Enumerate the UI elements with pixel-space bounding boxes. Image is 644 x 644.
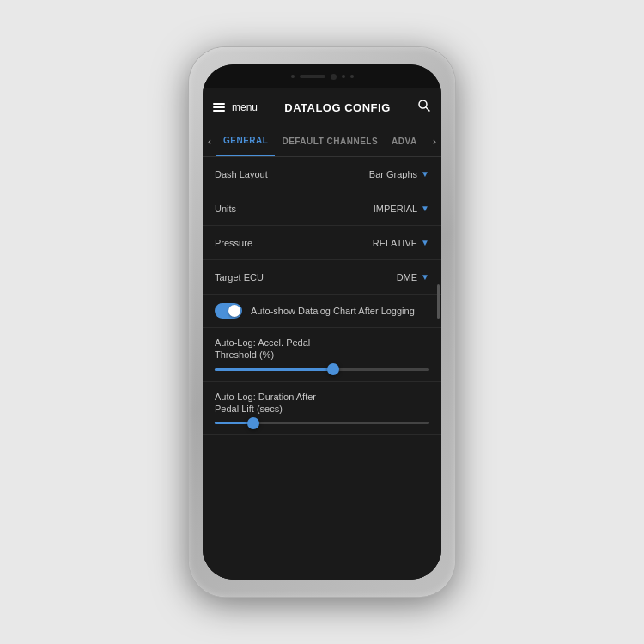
toggle-switch[interactable] (215, 303, 242, 319)
slider-duration-after: Auto-Log: Duration AfterPedal Lift (secs… (203, 382, 441, 436)
units-value-container[interactable]: IMPERIAL ▼ (374, 204, 429, 214)
speaker-dot2 (342, 75, 345, 78)
slider-accel-label: Auto-Log: Accel. PedalThreshold (%) (215, 337, 429, 361)
tab-right-arrow[interactable]: › (428, 136, 441, 148)
setting-dash-layout: Dash Layout Bar Graphs ▼ (203, 157, 441, 191)
svg-line-1 (426, 107, 429, 111)
speaker-bar (300, 75, 325, 78)
camera-dot (331, 74, 337, 80)
settings-content: Dash Layout Bar Graphs ▼ Units IMPERIAL … (203, 157, 441, 580)
units-dropdown-arrow: ▼ (421, 204, 429, 213)
setting-target-ecu: Target ECU DME ▼ (203, 260, 441, 295)
setting-pressure: Pressure RELATIVE ▼ (203, 226, 441, 260)
slider-duration-thumb[interactable] (247, 417, 259, 429)
slider-accel-fill (215, 368, 333, 371)
slider-duration-track[interactable] (215, 422, 429, 424)
units-value: IMPERIAL (374, 204, 417, 214)
tab-left-arrow[interactable]: ‹ (203, 136, 216, 148)
phone-device: menu DATALOG CONFIG ‹ GENERAL DEFAULT CH (189, 47, 455, 597)
units-label: Units (215, 204, 236, 214)
target-ecu-value: DME (397, 272, 417, 283)
speaker-dot (291, 75, 295, 78)
tab-default-channels[interactable]: DEFAULT CHANNELS (275, 126, 385, 156)
menu-label: menu (232, 101, 258, 113)
target-ecu-value-container[interactable]: DME ▼ (397, 272, 429, 283)
search-icon[interactable] (417, 99, 431, 116)
phone-notch (203, 64, 441, 88)
target-ecu-dropdown-arrow: ▼ (421, 272, 429, 282)
dash-layout-value-container[interactable]: Bar Graphs ▼ (369, 169, 429, 179)
setting-units: Units IMPERIAL ▼ (203, 191, 441, 226)
tab-advanced[interactable]: ADVA (385, 126, 424, 156)
scrollbar-indicator (437, 284, 440, 319)
slider-accel-track[interactable] (215, 368, 429, 371)
pressure-dropdown-arrow: ▼ (421, 238, 429, 247)
menu-button[interactable]: menu (213, 101, 258, 113)
pressure-value-container[interactable]: RELATIVE ▼ (373, 238, 429, 248)
dash-layout-value: Bar Graphs (369, 169, 417, 179)
toggle-auto-show[interactable]: Auto-show Datalog Chart After Logging (203, 295, 441, 328)
pressure-label: Pressure (215, 238, 252, 248)
tab-general[interactable]: GENERAL (216, 126, 275, 156)
toggle-label: Auto-show Datalog Chart After Logging (251, 306, 415, 316)
slider-accel-thumb[interactable] (327, 363, 339, 375)
page-title: DATALOG CONFIG (284, 101, 391, 114)
dash-layout-dropdown-arrow: ▼ (421, 169, 429, 179)
app-header: menu DATALOG CONFIG (203, 88, 441, 126)
speaker-dot3 (350, 75, 354, 78)
toggle-knob (228, 305, 240, 317)
slider-duration-label: Auto-Log: Duration AfterPedal Lift (secs… (215, 391, 429, 416)
hamburger-icon (213, 103, 225, 112)
tab-bar: ‹ GENERAL DEFAULT CHANNELS ADVA › (203, 126, 441, 157)
dash-layout-label: Dash Layout (215, 169, 268, 179)
target-ecu-label: Target ECU (215, 272, 264, 283)
slider-accel-pedal: Auto-Log: Accel. PedalThreshold (%) (203, 328, 441, 382)
app-screen: menu DATALOG CONFIG ‹ GENERAL DEFAULT CH (203, 88, 441, 580)
phone-screen: menu DATALOG CONFIG ‹ GENERAL DEFAULT CH (203, 64, 441, 580)
pressure-value: RELATIVE (373, 238, 417, 248)
